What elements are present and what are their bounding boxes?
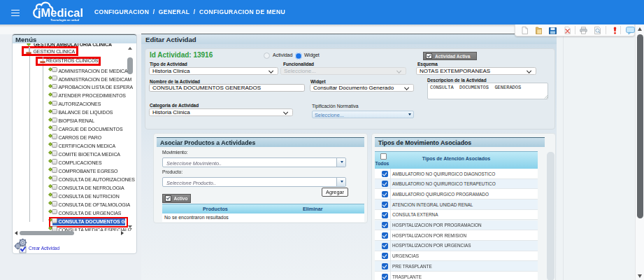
svg-text:Tecnología en salud: Tecnología en salud	[50, 18, 80, 22]
svg-text:iMedical: iMedical	[38, 6, 83, 19]
